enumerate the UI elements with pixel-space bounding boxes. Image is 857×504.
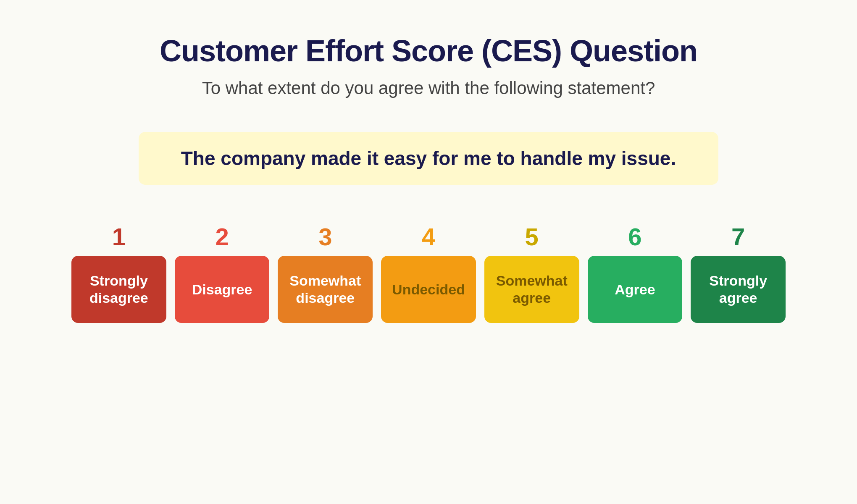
scale-button-2[interactable]: Disagree — [175, 256, 270, 323]
statement-text: The company made it easy for me to handl… — [181, 147, 676, 169]
scale-number-3: 3 — [318, 223, 332, 251]
scale-button-4[interactable]: Undecided — [381, 256, 476, 323]
scale-button-1[interactable]: Strongly disagree — [71, 256, 166, 323]
scale-item-3: 3Somewhat disagree — [278, 223, 373, 323]
scale-item-5: 5Somewhat agree — [484, 223, 579, 323]
scale-number-7: 7 — [731, 223, 745, 251]
page-title: Customer Effort Score (CES) Question — [160, 34, 697, 68]
scale-item-4: 4Undecided — [381, 223, 476, 323]
scale-button-5[interactable]: Somewhat agree — [484, 256, 579, 323]
scale-item-1: 1Strongly disagree — [71, 223, 166, 323]
scale-number-5: 5 — [525, 223, 539, 251]
scale-button-7[interactable]: Strongly agree — [691, 256, 786, 323]
scale-number-4: 4 — [422, 223, 435, 251]
scale-item-2: 2Disagree — [175, 223, 270, 323]
scale-number-1: 1 — [112, 223, 126, 251]
scale-item-7: 7Strongly agree — [691, 223, 786, 323]
scale-button-6[interactable]: Agree — [588, 256, 683, 323]
statement-box: The company made it easy for me to handl… — [139, 132, 718, 185]
scale-number-2: 2 — [215, 223, 229, 251]
page-subtitle: To what extent do you agree with the fol… — [202, 78, 655, 98]
scale-button-3[interactable]: Somewhat disagree — [278, 256, 373, 323]
scale-number-6: 6 — [628, 223, 641, 251]
scale-container: 1Strongly disagree2Disagree3Somewhat dis… — [71, 223, 786, 323]
scale-item-6: 6Agree — [588, 223, 683, 323]
